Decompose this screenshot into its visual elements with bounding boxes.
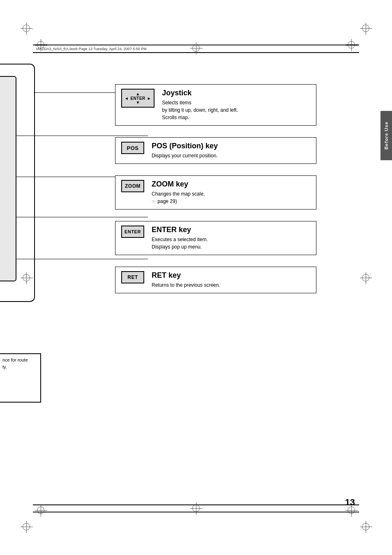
pos-badge: POS bbox=[121, 142, 144, 154]
bottom-left-box: nce for route ty. bbox=[0, 353, 41, 403]
bottom-bar bbox=[33, 504, 359, 512]
arrow-right-icon: ► bbox=[147, 96, 151, 101]
joystick-desc-line2: by tilting it up, down, right, and left. bbox=[162, 106, 310, 114]
joystick-badge: ▲ ◄ ENTER ► ▼ bbox=[121, 89, 154, 108]
zoom-desc-ref: page 29) bbox=[157, 198, 177, 204]
joystick-entry: ▲ ◄ ENTER ► ▼ Joystick Selects items by … bbox=[115, 84, 316, 126]
bottom-left-text-line1: nce for route bbox=[2, 357, 38, 364]
bottom-line2 bbox=[33, 505, 359, 505]
zoom-title: ZOOM key bbox=[152, 180, 310, 189]
enter-title: ENTER key bbox=[152, 226, 310, 234]
bottom-line bbox=[33, 512, 359, 513]
pos-info: POS (Position) key Displays your current… bbox=[152, 142, 310, 159]
device-inner bbox=[0, 76, 16, 281]
joystick-desc-line1: Selects items bbox=[162, 99, 310, 106]
zoom-entry: ZOOM ZOOM key Changes the map scale. ☞ p… bbox=[115, 175, 316, 210]
zoom-badge: ZOOM bbox=[121, 180, 144, 192]
main-content: ▲ ◄ ENTER ► ▼ Joystick Selects items by … bbox=[33, 60, 376, 305]
joystick-info: Joystick Selects items by tilting it up,… bbox=[162, 89, 310, 121]
reg-mark-mid-right bbox=[362, 274, 369, 281]
ret-title: RET key bbox=[152, 271, 310, 280]
ret-badge: RET bbox=[121, 271, 144, 283]
reg-mark-top-left bbox=[23, 25, 30, 32]
side-tab-label: Before Use bbox=[384, 122, 389, 150]
joystick-desc-line3: Scrolls map. bbox=[162, 114, 310, 121]
enter-entry: ENTER ENTER key Executes a selected item… bbox=[115, 221, 316, 255]
zoom-desc-line2: ☞ page 29) bbox=[152, 198, 310, 205]
zoom-info: ZOOM key Changes the map scale. ☞ page 2… bbox=[152, 180, 310, 205]
zoom-desc-line1: Changes the map scale. bbox=[152, 190, 310, 198]
enter-desc-line2: Displays pop up menu. bbox=[152, 243, 310, 251]
reg-mark-bottom-right bbox=[362, 523, 369, 530]
arrow-up-icon: ▲ bbox=[136, 92, 140, 96]
enter-badge: ENTER bbox=[121, 226, 144, 238]
pos-desc: Displays your current position. bbox=[152, 152, 310, 159]
ret-desc: Returns to the previous screen. bbox=[152, 281, 310, 289]
ret-info: RET key Returns to the previous screen. bbox=[152, 271, 310, 289]
bottom-left-text-line2: ty. bbox=[2, 364, 38, 371]
enter-info: ENTER key Executes a selected item. Disp… bbox=[152, 226, 310, 251]
pos-entry: POS POS (Position) key Displays your cur… bbox=[115, 137, 316, 164]
joystick-badge-label: ENTER bbox=[130, 96, 145, 101]
reg-mark-bottom-left bbox=[23, 523, 30, 530]
ret-entry: RET RET key Returns to the previous scre… bbox=[115, 267, 316, 293]
reg-mark-top-right bbox=[362, 25, 369, 32]
enter-desc-line1: Executes a selected item. bbox=[152, 236, 310, 243]
header-text: MAZDA3_NAVI_EA.book Page 13 Tuesday, Apr… bbox=[36, 47, 147, 51]
before-use-tab: Before Use bbox=[380, 111, 392, 160]
page-number: 13 bbox=[345, 497, 355, 508]
arrow-left-icon: ◄ bbox=[125, 96, 129, 101]
arrow-down-icon: ▼ bbox=[136, 101, 140, 105]
ref-icon: ☞ bbox=[152, 199, 155, 204]
pos-title: POS (Position) key bbox=[152, 142, 310, 150]
reg-mark-mid-left bbox=[23, 274, 30, 281]
joystick-title: Joystick bbox=[162, 89, 310, 97]
reg-mark-top-mid bbox=[192, 44, 200, 52]
